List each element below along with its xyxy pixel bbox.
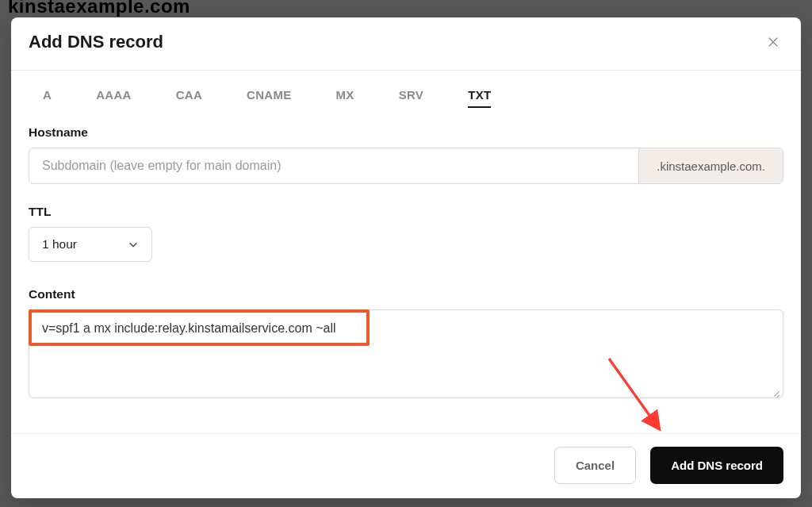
- modal-footer: Cancel Add DNS record: [11, 433, 801, 498]
- hostname-label: Hostname: [29, 125, 783, 140]
- hostname-input[interactable]: [29, 148, 638, 183]
- tab-a[interactable]: A: [43, 88, 52, 108]
- cancel-button[interactable]: Cancel: [554, 447, 636, 484]
- content-wrap: [29, 309, 783, 401]
- hostname-row: .kinstaexample.com.: [29, 148, 783, 184]
- content-label: Content: [29, 287, 783, 302]
- tab-caa[interactable]: CAA: [176, 88, 202, 108]
- content-textarea[interactable]: [29, 309, 783, 398]
- add-dns-record-modal: Add DNS record A AAAA CAA CNAME MX SRV T…: [11, 17, 801, 498]
- ttl-select[interactable]: 1 hour: [29, 227, 152, 262]
- modal-title: Add DNS record: [29, 32, 163, 52]
- tab-cname[interactable]: CNAME: [247, 88, 292, 108]
- tab-mx[interactable]: MX: [336, 88, 354, 108]
- chevron-down-icon: [128, 239, 139, 250]
- tab-aaaa[interactable]: AAAA: [96, 88, 132, 108]
- add-dns-record-button[interactable]: Add DNS record: [650, 447, 783, 484]
- modal-header: Add DNS record: [11, 17, 801, 70]
- hostname-suffix: .kinstaexample.com.: [638, 148, 783, 183]
- record-type-tabs: A AAAA CAA CNAME MX SRV TXT: [11, 71, 801, 121]
- tab-txt[interactable]: TXT: [468, 88, 491, 108]
- form-body: Hostname .kinstaexample.com. TTL 1 hour …: [11, 121, 801, 433]
- tab-srv[interactable]: SRV: [399, 88, 423, 108]
- close-icon[interactable]: [763, 32, 783, 52]
- ttl-value: 1 hour: [42, 237, 77, 252]
- ttl-label: TTL: [29, 205, 783, 219]
